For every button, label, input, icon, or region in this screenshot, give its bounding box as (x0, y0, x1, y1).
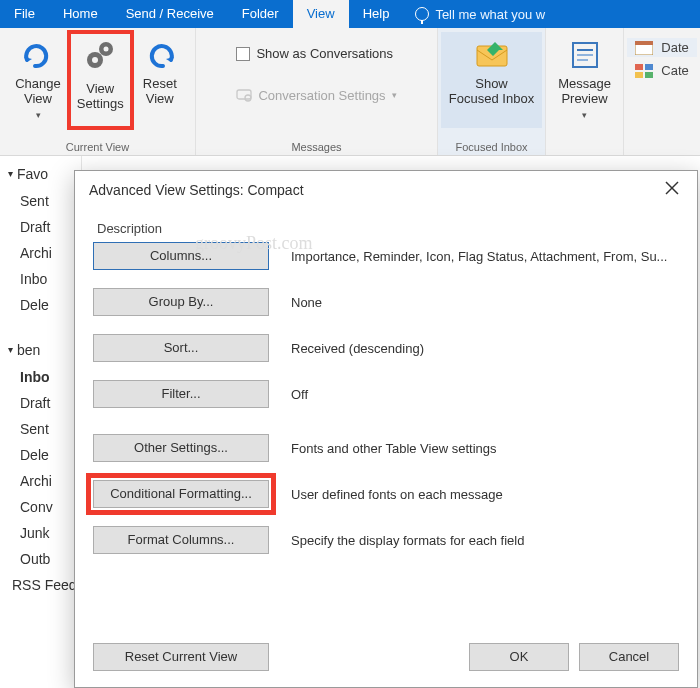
group-current-view-label: Current View (0, 138, 195, 155)
tab-file[interactable]: File (0, 0, 49, 28)
conditional-formatting-button[interactable]: Conditional Formatting... (93, 480, 269, 508)
group-by-value: None (291, 295, 679, 310)
group-by-button[interactable]: Group By... (93, 288, 269, 316)
account-header[interactable]: ben (0, 332, 81, 364)
tab-view[interactable]: View (293, 0, 349, 28)
nav-item[interactable]: Junk (0, 520, 81, 546)
dropdown-caret-icon: ▾ (36, 108, 41, 123)
close-button[interactable] (659, 179, 685, 201)
svg-rect-12 (635, 41, 653, 45)
show-conversations-checkbox[interactable]: Show as Conversations (226, 42, 403, 65)
tell-me-search[interactable]: Tell me what you w (403, 0, 545, 28)
group-preview-label (546, 138, 623, 155)
tab-help[interactable]: Help (349, 0, 404, 28)
message-preview-label: MessagePreview (558, 76, 611, 106)
nav-item[interactable]: Conv (0, 494, 81, 520)
dialog-title: Advanced View Settings: Compact (89, 182, 304, 198)
reset-view-label: ResetView (143, 76, 177, 106)
tell-me-label: Tell me what you w (435, 7, 545, 22)
format-columns-button[interactable]: Format Columns... (93, 526, 269, 554)
columns-value: Importance, Reminder, Icon, Flag Status,… (291, 249, 679, 264)
folder-pane: Favo Sent Draft Archi Inbo Dele ben Inbo… (0, 156, 82, 688)
dropdown-caret-icon: ▾ (582, 108, 587, 123)
favorites-header[interactable]: Favo (0, 156, 81, 188)
ribbon: ChangeView ▾ ViewSettings ResetView Curr… (0, 28, 700, 156)
change-view-button[interactable]: ChangeView ▾ (7, 32, 69, 128)
show-focused-inbox-label: ShowFocused Inbox (449, 76, 534, 106)
svg-rect-15 (635, 72, 643, 78)
checkbox-icon (236, 47, 250, 61)
svg-point-1 (92, 57, 98, 63)
show-focused-inbox-button[interactable]: ShowFocused Inbox (441, 32, 542, 128)
gear-icon (82, 38, 118, 77)
group-messages-label: Messages (196, 138, 437, 155)
conversation-settings-label: Conversation Settings (258, 88, 385, 103)
cancel-button[interactable]: Cancel (579, 643, 679, 671)
nav-item[interactable]: Draft (0, 390, 81, 416)
svg-rect-16 (645, 72, 653, 78)
advanced-view-settings-dialog: Advanced View Settings: Compact Descript… (74, 170, 698, 688)
svg-point-3 (104, 47, 109, 52)
sort-value: Received (descending) (291, 341, 679, 356)
arrange-date-button[interactable]: Date (627, 38, 696, 57)
columns-button[interactable]: Columns... (93, 242, 269, 270)
other-settings-value: Fonts and other Table View settings (291, 441, 679, 456)
group-focused-label: Focused Inbox (438, 138, 545, 155)
change-view-label: ChangeView (15, 76, 61, 106)
other-settings-button[interactable]: Other Settings... (93, 434, 269, 462)
sort-button[interactable]: Sort... (93, 334, 269, 362)
reset-view-icon (143, 38, 177, 72)
arrange-categories-button[interactable]: Cate (627, 61, 696, 80)
filter-button[interactable]: Filter... (93, 380, 269, 408)
svg-rect-13 (635, 64, 643, 70)
conversation-settings-button: Conversation Settings ▾ (226, 83, 406, 107)
ok-button[interactable]: OK (469, 643, 569, 671)
svg-rect-14 (645, 64, 653, 70)
conversation-settings-icon (236, 87, 252, 103)
nav-item[interactable]: RSS Feeds (0, 572, 81, 598)
tab-folder[interactable]: Folder (228, 0, 293, 28)
message-preview-icon (568, 38, 602, 72)
view-settings-label: ViewSettings (77, 81, 124, 111)
change-view-icon (21, 38, 55, 72)
nav-item-inbox[interactable]: Inbo (0, 364, 81, 390)
close-icon (665, 181, 679, 195)
lightbulb-icon (415, 7, 429, 21)
nav-item[interactable]: Draft (0, 214, 81, 240)
focused-inbox-icon (473, 38, 511, 72)
show-conversations-label: Show as Conversations (256, 46, 393, 61)
nav-item[interactable]: Outb (0, 546, 81, 572)
arrange-categories-label: Cate (661, 63, 688, 78)
menu-tabs: File Home Send / Receive Folder View Hel… (0, 0, 700, 28)
nav-item[interactable]: Archi (0, 468, 81, 494)
nav-item[interactable]: Archi (0, 240, 81, 266)
reset-current-view-button[interactable]: Reset Current View (93, 643, 269, 671)
nav-item[interactable]: Dele (0, 292, 81, 318)
nav-item[interactable]: Inbo (0, 266, 81, 292)
conditional-formatting-value: User defined fonts on each message (291, 487, 679, 502)
message-preview-button[interactable]: MessagePreview ▾ (550, 32, 620, 128)
nav-item[interactable]: Sent (0, 416, 81, 442)
nav-item[interactable]: Dele (0, 442, 81, 468)
filter-value: Off (291, 387, 679, 402)
arrange-date-label: Date (661, 40, 688, 55)
reset-view-button[interactable]: ResetView (132, 32, 188, 128)
nav-item[interactable]: Sent (0, 188, 81, 214)
tab-home[interactable]: Home (49, 0, 112, 28)
description-label: Description (97, 221, 679, 236)
tab-send-receive[interactable]: Send / Receive (112, 0, 228, 28)
view-settings-button[interactable]: ViewSettings (69, 32, 132, 128)
format-columns-value: Specify the display formats for each fie… (291, 533, 679, 548)
